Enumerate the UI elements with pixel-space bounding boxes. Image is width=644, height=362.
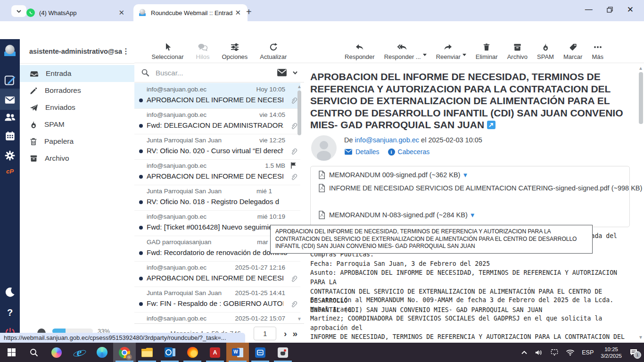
message-row[interactable]: info@sanjuan.gob.ec Hoy 10:05 APROBACION… [134,83,300,109]
roundcube-logo [0,44,20,57]
taskbar-scanner-app-icon[interactable] [249,343,272,362]
archive-button[interactable]: Archivo [507,42,528,63]
headers-toggle[interactable]: i Cabeceras [388,148,430,156]
list-scrollbar-thumb[interactable] [297,90,301,135]
forward-caret-icon[interactable] [462,53,467,57]
folder-borradores[interactable]: Borradores [20,82,134,99]
contacts-nav-button[interactable] [0,111,20,123]
taskbar-outlook-icon[interactable] [158,343,181,362]
reply-all-label: Responder ... [384,53,421,60]
page-number-input[interactable] [254,327,276,340]
from-email-link[interactable]: info@sanjuan.gob.ec [355,136,419,144]
options-button[interactable]: Opciones [222,42,248,63]
refresh-button[interactable]: Actualizar [260,42,287,63]
message-row[interactable]: info@sanjuan.gob.ec 1.5 MB APROBACION DE… [134,159,300,185]
reply-all-button[interactable]: Responder ... [384,42,421,63]
unread-dot [139,277,143,280]
taskbar-file-explorer-icon[interactable] [136,343,158,362]
folder-enviados[interactable]: Enviados [20,99,134,116]
cast-device-icon[interactable] [550,349,559,356]
message-row[interactable]: Junta Parroquial San Juan mié 1 RV: Ofic… [134,185,300,211]
dark-mode-button[interactable] [0,287,20,298]
reply-button[interactable]: Responder [345,42,375,63]
wifi-icon[interactable] [566,349,575,356]
taskbar-search-button[interactable] [23,343,45,362]
message-sender: info@sanjuan.gob.ec [147,213,206,220]
last-page-button[interactable]: » [292,329,297,339]
tab-close-icon[interactable]: ✕ [116,8,126,17]
mail-scroll-down-icon[interactable]: ▼ [638,335,643,340]
taskbar-clock[interactable]: 10:25 3/2/2025 [601,346,622,359]
minimize-button[interactable]: — [585,5,593,14]
message-row[interactable]: info@sanjuan.gob.ec vie 14:05 Fwd: DELEG… [134,108,300,134]
compose-button[interactable] [0,74,20,86]
volume-icon[interactable] [535,349,543,356]
notifications-button[interactable]: 1 [629,348,638,357]
taskbar-chrome-icon[interactable]: G [113,343,136,362]
cpanel-button[interactable]: cP [0,168,20,175]
folder-spam[interactable]: SPAM [20,116,134,133]
calendar-nav-button[interactable] [0,131,20,141]
forward-button[interactable]: Reenviar [436,42,461,63]
more-label: Más [592,53,603,60]
taskbar-internet-explorer-icon[interactable]: e [68,343,91,362]
reply-all-caret-icon[interactable] [422,53,427,57]
tray-chevron-up-icon[interactable] [521,350,528,355]
search-options-chevron-icon[interactable] [292,69,298,76]
attachment-item[interactable]: MEMORANDUM 009-signed.pdf (~362 KB) ▼ [318,171,468,179]
pdf-file-icon [318,171,325,179]
attachment-item[interactable]: MEMORANDUM N-083-signed.pdf (~284 KB) ▼ [318,211,476,219]
taskbar-firefox-icon[interactable] [181,343,204,362]
taskbar-java-app-icon[interactable] [272,343,294,362]
more-button[interactable]: Más [592,42,603,63]
message-row[interactable]: Junta Parroquial San Juan 2025-01-25 14:… [134,287,300,313]
taskbar-acrobat-icon[interactable]: A [204,343,226,362]
list-scroll-down-icon[interactable]: ▼ [297,317,302,321]
taskbar-word-icon[interactable]: W [226,343,249,362]
search-input[interactable] [155,68,277,77]
message-subject: Fwd: DELEGACION DE ADMINISTRADORA ... [147,121,283,129]
attachment-menu-caret-icon[interactable]: ▼ [462,172,468,179]
envelope-icon [344,148,353,155]
message-row[interactable]: info@sanjuan.gob.ec 2025-01-27 12:16 APR… [134,261,300,287]
select-button[interactable]: Seleccionar [152,42,184,63]
new-tab-button[interactable]: + [246,7,252,17]
threads-button[interactable]: Hilos [196,42,210,63]
archive-icon [29,154,38,163]
attachment-size: (~998 KB) [611,184,643,192]
folder-label: Entrada [46,69,71,78]
folder-archivo[interactable]: Archivo [20,150,134,167]
details-toggle[interactable]: Detalles [344,148,380,156]
spam-button[interactable]: SPAM [537,42,554,63]
tab-close-icon[interactable]: ✕ [233,8,243,17]
folder-papelera[interactable]: Papelera [20,133,134,150]
mark-button[interactable]: Marcar [563,42,582,63]
taskbar-copilot-icon[interactable] [45,343,68,362]
unread-dot [139,99,143,102]
help-button[interactable]: ? [0,307,20,318]
account-menu-icon[interactable]: ⋮ [122,47,130,56]
close-button[interactable]: ✕ [627,5,634,15]
mail-nav-button[interactable] [0,94,20,106]
list-scroll-up-icon[interactable]: ▲ [297,84,302,89]
restore-button[interactable] [607,7,613,13]
message-row[interactable]: info@sanjuan.gob.ec 2025-01-22 15:07 [134,312,300,323]
next-page-button[interactable]: › [284,329,287,339]
keyboard-language[interactable]: ESP [582,349,594,356]
unread-dot [139,251,143,255]
tab-roundcube[interactable]: Roundcube Webmail :: Entrada ✕ [133,4,248,21]
attachment-menu-caret-icon[interactable]: ▼ [470,212,476,219]
open-in-new-window-icon[interactable] [487,121,495,129]
tab-whatsapp[interactable]: (4) WhatsApp ✕ [22,4,131,21]
search-scope-mail-icon[interactable] [277,68,287,77]
delete-button[interactable]: Eliminar [476,42,498,63]
folder-entrada[interactable]: Entrada [20,65,134,82]
notification-badge: 1 [634,351,641,359]
settings-nav-button[interactable] [0,150,20,161]
mail-scrollbar-thumb[interactable] [639,72,643,124]
attachment-item[interactable]: INFORME DE NECESIDAD SERVICIOS DE ALIMEN… [318,184,644,192]
taskbar-edge-icon[interactable] [91,343,113,362]
mail-scroll-up-icon[interactable]: ▲ [638,66,643,71]
start-button[interactable] [0,343,23,362]
message-row[interactable]: Junta Parroquial San Juan vie 12:25 RV: … [134,134,300,160]
